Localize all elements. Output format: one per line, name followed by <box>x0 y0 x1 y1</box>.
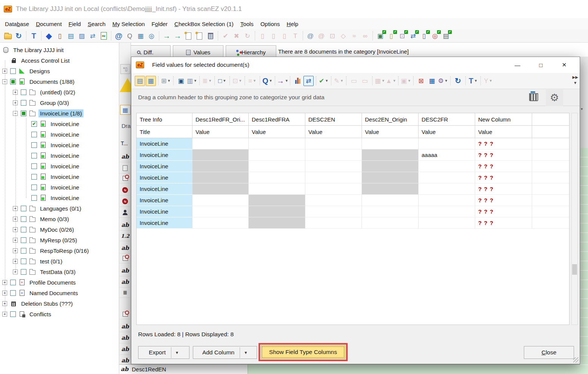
grid-cell[interactable] <box>305 183 362 195</box>
grid-cell[interactable]: ? ? ? <box>475 161 532 172</box>
fit-columns-icon[interactable]: ⇄ <box>303 76 314 86</box>
grid-cell[interactable]: ? ? ? <box>475 138 532 149</box>
strip-mini-button[interactable]: *▯ <box>120 64 130 74</box>
chevron-down-icon[interactable]: ▼ <box>239 79 242 83</box>
grid-restore-icon[interactable]: ▦ <box>427 76 437 86</box>
sort-icon[interactable]: ▲▼ <box>386 76 396 86</box>
tree-item-invoiceline[interactable]: InvoiceLine <box>0 182 119 192</box>
tree-checkbox[interactable] <box>21 259 26 264</box>
grid-cell[interactable] <box>249 172 305 183</box>
grid-cell[interactable] <box>419 195 475 206</box>
grid-cell[interactable] <box>305 206 362 217</box>
scrollbar-thumb[interactable] <box>572 264 577 275</box>
tree-checkbox[interactable] <box>21 237 26 243</box>
menu-my-selection[interactable]: My Selection <box>109 19 148 29</box>
text-settings-icon[interactable]: T <box>29 31 39 41</box>
chevron-down-icon[interactable]: ▼ <box>285 79 288 83</box>
grid-cell[interactable] <box>249 149 305 161</box>
filter-icon[interactable]: Y▼ <box>483 76 493 86</box>
column-header[interactable]: New Column <box>475 113 532 126</box>
tree-checkbox[interactable] <box>31 163 37 169</box>
tree-item-mydoc[interactable]: +MyDoc (0/26) <box>0 224 119 235</box>
export-document-icon[interactable]: → <box>162 31 172 41</box>
search-zoom-icon[interactable]: ◎ <box>146 31 157 41</box>
freeze-columns-icon[interactable]: ▣ <box>176 76 186 86</box>
chevron-down-icon[interactable]: ▼ <box>408 79 411 83</box>
checkbox-delete-icon[interactable]: ▯✔ <box>419 31 429 41</box>
field-row-desc1reden[interactable]: ab Desc1RedEN <box>119 364 248 374</box>
grid-cell[interactable] <box>192 206 249 217</box>
grid-cell[interactable]: ? ? ? <box>475 206 532 217</box>
close-button[interactable]: Close <box>524 346 574 359</box>
tree-checkbox[interactable] <box>31 174 37 180</box>
tree-item-group[interactable]: +Group (0/3) <box>0 97 119 108</box>
menu-database[interactable]: Database <box>2 19 32 29</box>
broom-icon[interactable]: ≈ <box>349 31 359 41</box>
row-title-cell[interactable]: InvoiceLine <box>137 172 192 183</box>
grid-cell[interactable] <box>362 206 419 217</box>
row-title-cell[interactable]: InvoiceLine <box>137 149 192 161</box>
frame-options-icon[interactable]: ▣▼ <box>401 76 411 86</box>
selection-mode-icon[interactable]: □▼ <box>217 76 227 86</box>
chevron-down-icon[interactable]: ▼ <box>167 79 171 83</box>
menu-search[interactable]: Search <box>84 19 109 29</box>
date-format-icon[interactable]: ▦▼ <box>375 76 385 86</box>
search-icon[interactable]: Q▼ <box>262 76 272 86</box>
chevron-down-icon[interactable]: ▼ <box>325 79 328 83</box>
row-manager-icon[interactable]: ≣▼ <box>202 76 212 86</box>
grid-cell[interactable] <box>192 172 249 183</box>
tree-item-access-control-list[interactable]: Access Control List <box>0 55 119 66</box>
grid-cell[interactable]: ? ? ? <box>475 195 532 206</box>
grid-cell[interactable]: ? ? ? <box>475 172 532 183</box>
tree-item--untitled-[interactable]: +(untitled) (0/2) <box>0 87 119 97</box>
trash-icon[interactable] <box>529 93 538 101</box>
row-title-cell[interactable]: InvoiceLine <box>137 195 192 206</box>
grid-cell[interactable] <box>305 217 362 229</box>
chevron-down-icon[interactable]: ▼ <box>382 79 385 83</box>
reload-icon[interactable]: ↻ <box>242 31 252 41</box>
grid-row[interactable]: InvoiceLineaaaaa? ? ? <box>137 149 569 161</box>
grid-cell[interactable] <box>305 149 362 161</box>
column-subheader[interactable]: Value <box>192 126 249 138</box>
chevron-down-icon[interactable]: ▼ <box>474 79 477 83</box>
grid-cell[interactable]: ? ? ? <box>475 217 532 229</box>
edit-values-icon[interactable]: ✎▼ <box>334 76 344 86</box>
tree-item-conflicts[interactable]: +Conflicts <box>0 309 119 319</box>
paste-new-doc2-icon[interactable]: ▯ <box>268 31 279 41</box>
grid-cell[interactable] <box>192 217 249 229</box>
row-height-icon[interactable]: ⊞▼ <box>161 76 171 86</box>
tree-checkbox[interactable] <box>10 280 16 285</box>
tree-item-deletion-stubs[interactable]: +Deletion Stubs (???) <box>0 298 119 309</box>
chevron-down-icon[interactable]: ▼ <box>253 79 256 83</box>
grid-cell[interactable] <box>362 161 419 172</box>
database-script2-icon[interactable]: ▨ <box>77 31 87 41</box>
tree-checkbox[interactable] <box>21 216 26 222</box>
tree-item-languages[interactable]: +Languages (0/1) <box>0 203 119 214</box>
grid-cell[interactable] <box>249 217 305 229</box>
row-refresh-icon[interactable]: ▭ <box>360 76 370 86</box>
chevron-down-icon[interactable]: ▼ <box>208 79 212 83</box>
tree-item-named-documents[interactable]: +≡Named Documents <box>0 288 119 298</box>
tree-item-invoiceline[interactable]: InvoiceLine <box>0 192 119 203</box>
search-window-icon[interactable]: ▦ <box>135 31 146 41</box>
tree-item-documents[interactable]: −Documents (1/88) <box>0 76 119 87</box>
tree-item-invoiceline[interactable]: InvoiceLine <box>0 150 119 161</box>
grid-row[interactable]: InvoiceLine? ? ? <box>137 195 569 206</box>
chevron-down-icon[interactable]: ▼ <box>393 79 396 83</box>
grid-cell[interactable] <box>362 195 419 206</box>
tree-item-testdata[interactable]: +TestData (0/3) <box>0 266 119 277</box>
grid-cell[interactable] <box>249 195 305 206</box>
dialog-titlebar[interactable]: eZ Field values for selected document(s)… <box>131 57 580 73</box>
copy-options-icon[interactable]: ⊡▼ <box>232 76 242 86</box>
grid-cell[interactable] <box>419 138 475 149</box>
copy-to-database-icon[interactable]: ⇄ <box>88 31 98 41</box>
grid-cell[interactable] <box>419 217 475 229</box>
menu-help[interactable]: Help <box>283 19 302 29</box>
grid-cell[interactable] <box>305 195 362 206</box>
grid-row[interactable]: InvoiceLine? ? ? <box>137 217 569 229</box>
doc-diamond-icon[interactable]: ◇ <box>338 31 348 41</box>
tree-checkbox[interactable] <box>10 79 16 85</box>
grid-cell[interactable] <box>362 172 419 183</box>
commit-icon[interactable]: ✔ <box>220 31 231 41</box>
tree-checkbox[interactable] <box>21 206 26 211</box>
